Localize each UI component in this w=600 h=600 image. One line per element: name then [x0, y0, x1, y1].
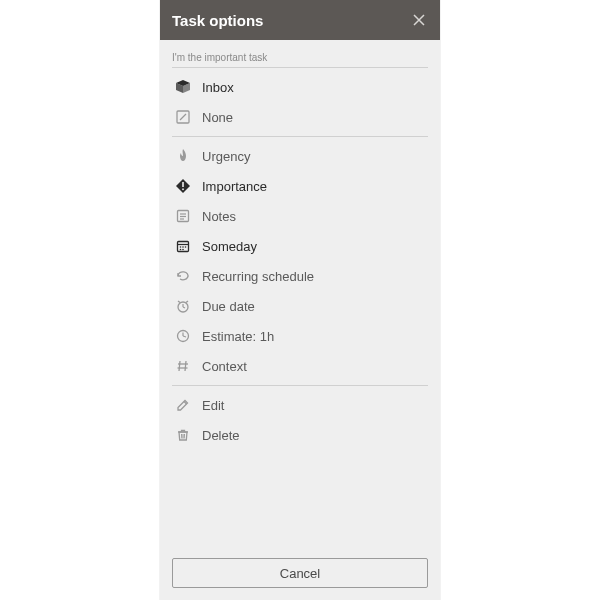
row-context[interactable]: Context — [172, 351, 428, 381]
row-label: None — [202, 110, 233, 125]
svg-rect-2 — [182, 189, 184, 191]
row-label: Someday — [202, 239, 257, 254]
row-estimate[interactable]: Estimate: 1h — [172, 321, 428, 351]
group-properties: Urgency Importance Notes Someday — [172, 136, 428, 385]
svg-line-21 — [183, 336, 186, 337]
cancel-button[interactable]: Cancel — [172, 558, 428, 588]
row-importance[interactable]: Importance — [172, 171, 428, 201]
dialog-content: I'm the important task Inbox None — [160, 40, 440, 548]
svg-line-18 — [186, 301, 188, 303]
row-label: Urgency — [202, 149, 250, 164]
svg-rect-1 — [182, 182, 184, 187]
row-label: Estimate: 1h — [202, 329, 274, 344]
row-label: Context — [202, 359, 247, 374]
pencil-icon — [172, 394, 194, 416]
repeat-icon — [172, 265, 194, 287]
svg-point-9 — [180, 246, 182, 248]
row-label: Inbox — [202, 80, 234, 95]
dialog-footer: Cancel — [160, 548, 440, 600]
close-button[interactable] — [410, 11, 428, 29]
importance-icon — [172, 175, 194, 197]
hash-icon — [172, 355, 194, 377]
group-actions: Edit Delete — [172, 385, 428, 454]
row-delete[interactable]: Delete — [172, 420, 428, 450]
svg-point-10 — [182, 246, 184, 248]
row-someday[interactable]: Someday — [172, 231, 428, 261]
row-label: Edit — [202, 398, 224, 413]
svg-point-11 — [185, 246, 187, 248]
svg-line-17 — [178, 301, 180, 303]
row-recurring[interactable]: Recurring schedule — [172, 261, 428, 291]
alarm-icon — [172, 295, 194, 317]
row-label: Notes — [202, 209, 236, 224]
row-edit[interactable]: Edit — [172, 390, 428, 420]
inbox-icon — [172, 76, 194, 98]
clock-icon — [172, 325, 194, 347]
dialog-title: Task options — [172, 12, 263, 29]
calendar-icon — [172, 235, 194, 257]
row-label: Importance — [202, 179, 267, 194]
trash-icon — [172, 424, 194, 446]
edit-square-icon — [172, 106, 194, 128]
notes-icon — [172, 205, 194, 227]
svg-line-23 — [185, 361, 186, 371]
flame-icon — [172, 145, 194, 167]
group-location: Inbox None — [172, 67, 428, 136]
svg-line-22 — [179, 361, 180, 371]
task-options-dialog: Task options I'm the important task Inbo… — [160, 0, 440, 600]
svg-point-12 — [180, 249, 182, 251]
row-project-none[interactable]: None — [172, 102, 428, 132]
task-name-label: I'm the important task — [172, 46, 428, 67]
close-icon — [412, 13, 426, 27]
row-urgency[interactable]: Urgency — [172, 141, 428, 171]
row-notes[interactable]: Notes — [172, 201, 428, 231]
row-due-date[interactable]: Due date — [172, 291, 428, 321]
dialog-header: Task options — [160, 0, 440, 40]
row-label: Recurring schedule — [202, 269, 314, 284]
row-label: Due date — [202, 299, 255, 314]
row-inbox[interactable]: Inbox — [172, 72, 428, 102]
row-label: Delete — [202, 428, 240, 443]
svg-line-16 — [183, 307, 185, 308]
svg-point-13 — [182, 249, 184, 251]
